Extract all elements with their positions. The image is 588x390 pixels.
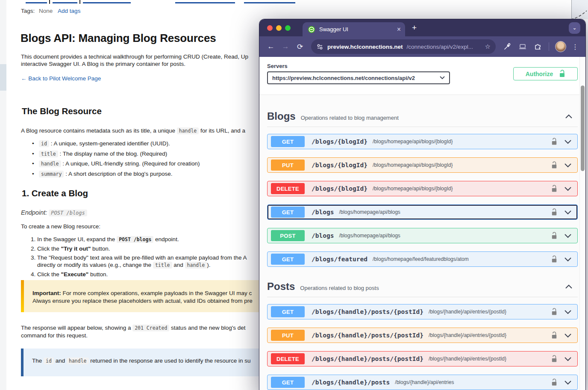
clipped-link[interactable] <box>244 2 295 3</box>
new-tab-button[interactable]: + <box>412 23 417 32</box>
minimize-window-button[interactable] <box>276 25 282 31</box>
op-controls <box>551 161 577 169</box>
operation-row[interactable]: GET /blogs/featured /blogs/homepage/feed… <box>267 251 578 267</box>
operation-row[interactable]: POST /blogs /blogs/homepage/api/blogs <box>267 228 578 243</box>
operations-list: Blogs Operations related to blog managem… <box>259 95 585 390</box>
chevron-down-icon[interactable] <box>564 357 572 361</box>
text: : A unique, URL-friendly string. (Requir… <box>62 160 200 167</box>
chevron-down-icon[interactable] <box>564 257 572 262</box>
chevron-down-icon[interactable] <box>564 163 572 168</box>
operation-row[interactable]: GET /blogs/{handle}/posts/{postId} /blog… <box>267 304 578 319</box>
tags-row: Tags: None Add tags <box>21 8 80 14</box>
close-window-button[interactable] <box>267 25 273 31</box>
op-subpath: /blogs/{handle}/api/entries/{postId} <box>429 309 506 315</box>
inline-code: handle <box>39 160 61 167</box>
server-url: https://preview.hclconnections.net/conne… <box>272 75 440 81</box>
unlock-icon[interactable] <box>551 378 557 386</box>
site-settings-icon[interactable] <box>316 43 323 50</box>
operation-row[interactable]: PUT /blogs/{blogId} /blogs/homepage/api/… <box>267 157 578 173</box>
profile-avatar[interactable] <box>555 41 566 52</box>
operation-row[interactable]: GET /blogs/{handle}/posts /blogs/{handle… <box>267 375 578 390</box>
chevron-down-icon[interactable] <box>564 233 572 238</box>
text: status and the new blog's det <box>171 325 245 331</box>
reload-button[interactable]: ⟳ <box>294 42 306 51</box>
eyedropper-icon[interactable] <box>501 43 514 50</box>
maximize-window-button[interactable] <box>285 25 291 31</box>
section-title: Posts <box>267 281 295 292</box>
browser-tab-swagger[interactable]: Swagger UI × <box>303 22 405 36</box>
op-path: /blogs/{blogId} <box>312 185 368 192</box>
server-select[interactable]: https://preview.hclconnections.net/conne… <box>267 71 450 84</box>
chevron-up-icon[interactable] <box>565 114 573 119</box>
method-badge: DELETE <box>271 353 305 364</box>
unlock-icon[interactable] <box>551 161 557 169</box>
left-rail-scroll-indicator[interactable] <box>0 64 6 91</box>
page-scrollbar[interactable] <box>579 57 585 390</box>
unlock-icon[interactable] <box>551 208 557 216</box>
op-subpath: /blogs/homepage/api/blogs <box>339 233 400 239</box>
operation-row[interactable]: GET /blogs /blogs/homepage/api/blogs <box>267 204 578 220</box>
op-path: /blogs/{handle}/posts/{postId} <box>312 308 423 315</box>
operation-row[interactable]: DELETE /blogs/{blogId} /blogs/homepage/a… <box>267 181 578 196</box>
unlock-icon[interactable] <box>551 308 557 316</box>
clipped-link[interactable] <box>83 2 131 3</box>
unlock-icon[interactable] <box>551 331 557 339</box>
browser-window: Swagger UI × + ⌄ ← → ⟳ preview.hclconnec… <box>259 19 585 390</box>
chevron-down-icon[interactable] <box>564 210 572 215</box>
list-item: summary : A short description of the blo… <box>32 171 200 177</box>
op-path: /blogs <box>312 232 334 239</box>
add-tags-link[interactable]: Add tags <box>58 8 80 14</box>
text-bold: Important: <box>32 290 61 296</box>
section-header-blogs[interactable]: Blogs Operations related to blog managem… <box>267 110 578 122</box>
chevron-down-icon[interactable] <box>564 186 572 191</box>
chevron-down-icon[interactable] <box>564 380 572 385</box>
chevron-up-icon[interactable] <box>565 284 573 289</box>
page-title: Blogs API: Managing Blog Resources <box>21 32 216 45</box>
chevron-down-icon[interactable] <box>564 310 572 314</box>
text: command for this request. <box>21 332 88 339</box>
op-controls <box>551 331 577 339</box>
op-path: /blogs/{handle}/posts/{postId} <box>312 355 423 362</box>
chevron-down-icon[interactable] <box>564 139 572 144</box>
op-path: /blogs/{blogId} <box>312 138 368 145</box>
laptop-icon[interactable] <box>516 43 529 50</box>
authorize-button[interactable]: Authorize <box>513 67 578 80</box>
clipped-link[interactable] <box>26 2 47 3</box>
operation-row[interactable]: DELETE /blogs/{handle}/posts/{postId} /b… <box>267 351 578 366</box>
back-to-welcome-link[interactable]: ← Back to Pilot Welcome Page <box>21 75 101 82</box>
unlock-icon[interactable] <box>551 138 557 145</box>
tab-close-icon[interactable]: × <box>397 26 401 33</box>
unlock-icon[interactable] <box>551 255 557 263</box>
method-badge: DELETE <box>271 183 305 194</box>
scrollbar-thumb[interactable] <box>581 86 585 171</box>
browser-menu-icon[interactable]: ⋮ <box>570 43 580 51</box>
op-subpath: /blogs/homepage/api/blogs/{blogId} <box>373 139 453 145</box>
unlock-icon[interactable] <box>551 232 557 239</box>
clipped-top-links <box>6 0 578 4</box>
text-bold: "Try it out" <box>61 245 91 252</box>
inline-code: handle <box>177 127 199 134</box>
clipped-link[interactable] <box>175 2 235 3</box>
section-header-posts[interactable]: Posts Operations related to blog posts <box>267 281 578 292</box>
operation-row[interactable]: GET /blogs/{blogId} /blogs/homepage/api/… <box>267 134 578 149</box>
tab-search-button[interactable]: ⌄ <box>569 22 580 34</box>
divider <box>49 0 50 4</box>
list-item: In the Swagger UI, expand the POST /blog… <box>37 236 247 243</box>
chevron-down-icon: ⌄ <box>572 25 576 31</box>
unlock-icon[interactable] <box>551 185 557 192</box>
chevron-down-icon[interactable] <box>564 333 572 338</box>
extensions-icon[interactable] <box>532 43 544 50</box>
clipped-link[interactable] <box>53 2 77 3</box>
forward-button[interactable]: → <box>279 42 291 51</box>
bookmark-star-icon[interactable]: ☆ <box>485 43 491 50</box>
unlock-icon[interactable] <box>551 355 557 363</box>
list-item: Click the "Execute" button. <box>37 271 247 278</box>
unlock-icon <box>559 70 565 78</box>
method-badge: GET <box>271 136 305 147</box>
method-badge: GET <box>271 377 305 388</box>
swagger-page: Servers https://preview.hclconnections.n… <box>259 57 585 390</box>
address-bar[interactable]: preview.hclconnections.net/connections/a… <box>311 39 496 54</box>
text: button. <box>92 245 110 252</box>
operation-row[interactable]: PUT /blogs/{handle}/posts/{postId} /blog… <box>267 328 578 343</box>
back-button[interactable]: ← <box>265 42 277 51</box>
